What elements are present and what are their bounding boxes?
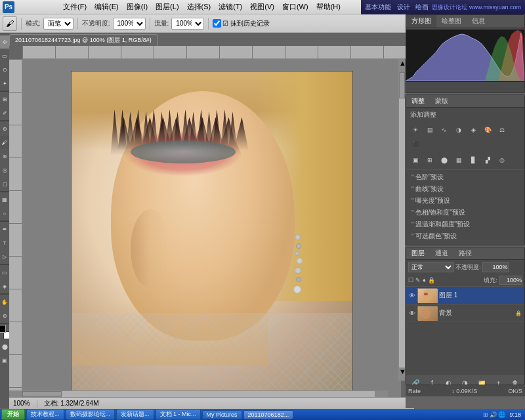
layers-panel: 图层 通道 路径 正常 正片叠底 滤色 不透明度: ☐ ✎ ♦ 🔒 填充: 👁 bbox=[406, 247, 525, 391]
lock-paint-icon[interactable]: ✎ bbox=[415, 277, 421, 284]
menu-window[interactable]: 窗口(W) bbox=[278, 1, 312, 13]
tool-preset-btn[interactable]: 🖌 bbox=[3, 16, 17, 31]
histogram-tab-info[interactable]: 信息 bbox=[467, 15, 490, 28]
doc-size: 文档: 1.32M/2.64M bbox=[44, 399, 99, 408]
start-button[interactable]: 开始 bbox=[1, 409, 25, 420]
canvas-image-area[interactable] bbox=[22, 59, 401, 404]
vertical-scrollbar[interactable]: ▲ ▼ bbox=[398, 59, 405, 381]
adj-separator bbox=[406, 169, 524, 170]
rate-text: Rate bbox=[408, 388, 421, 394]
adj-gradient-map-icon[interactable]: ▞ bbox=[481, 154, 494, 167]
vscroll-up-arrow[interactable]: ▲ bbox=[399, 59, 405, 72]
adj-preset-hue[interactable]: 色相/饱和度"预设 bbox=[406, 207, 524, 219]
adj-photo-filter-icon[interactable]: ▣ bbox=[409, 154, 422, 167]
histogram-tab-histogram[interactable]: 方形图 bbox=[406, 15, 436, 28]
lock-move-icon[interactable]: ♦ bbox=[423, 277, 426, 284]
menu-view[interactable]: 视图(V) bbox=[246, 1, 278, 13]
taskbar-item-3[interactable]: 文档 1 - Mic... bbox=[156, 409, 201, 420]
fg-color[interactable] bbox=[0, 325, 6, 333]
earring-1 bbox=[295, 234, 301, 240]
document-tab-bar: 20110706182447723.jpg @ 100% (图层 1, RGB/… bbox=[9, 33, 410, 46]
taskbar: 开始 技术教程... 数码摄影论坛... 发新话题... 文档 1 - Mic.… bbox=[0, 409, 525, 420]
adj-posterize-icon[interactable]: ▦ bbox=[452, 154, 465, 167]
bg-layer-thumb-svg bbox=[418, 306, 438, 321]
adj-preset-selective[interactable]: 可选颜色"预设 bbox=[406, 230, 524, 242]
layer-row-background[interactable]: 👁 背景 🔒 bbox=[406, 304, 524, 322]
taskbar-item-1[interactable]: 数码摄影论坛... bbox=[66, 409, 116, 420]
history-checkbox[interactable] bbox=[213, 19, 221, 28]
layer-1-name: 图层 1 bbox=[439, 291, 522, 300]
fill-input[interactable] bbox=[499, 276, 522, 285]
lock-transparent-icon[interactable]: ☐ bbox=[408, 277, 413, 284]
blend-mode-select[interactable]: 正常 正片叠底 滤色 bbox=[408, 262, 454, 272]
adj-preset-curves[interactable]: 曲线"预设 bbox=[406, 183, 524, 195]
menu-select[interactable]: 选择(S) bbox=[183, 1, 215, 13]
taskbar-item-4[interactable]: My Pictures bbox=[202, 410, 242, 419]
adj-preset-temperature[interactable]: 温温渐和颜度"预设 bbox=[406, 219, 524, 230]
vscroll-thumb[interactable] bbox=[399, 72, 405, 98]
earring-4 bbox=[297, 258, 303, 264]
menu-filter[interactable]: 滤镜(T) bbox=[215, 1, 246, 13]
adj-exposure-icon[interactable]: ◑ bbox=[452, 123, 465, 136]
adj-curves-icon[interactable]: ∿ bbox=[438, 123, 451, 136]
horizontal-scrollbar[interactable] bbox=[9, 390, 388, 397]
taskbar-item-5[interactable]: 20110706182... bbox=[243, 410, 294, 419]
menu-image[interactable]: 图像(I) bbox=[123, 1, 152, 13]
taskbar-system-icons: ⊞ 🔊 🌐 bbox=[483, 411, 505, 418]
layer-tab-layers[interactable]: 图层 bbox=[406, 247, 430, 259]
adj-tab-adjustments[interactable]: 调整 bbox=[406, 95, 430, 107]
layers-tabs: 图层 通道 路径 bbox=[406, 247, 524, 260]
adj-balance-icon[interactable]: ⚖ bbox=[495, 123, 509, 136]
vscroll-down-arrow[interactable]: ▼ bbox=[399, 368, 405, 381]
ruler-left bbox=[9, 59, 22, 404]
opacity-select[interactable]: 100% bbox=[113, 18, 146, 30]
adj-tab-mask[interactable]: 蒙版 bbox=[430, 95, 453, 107]
histogram-tab-overview[interactable]: 绘整图 bbox=[436, 15, 467, 28]
photo-nose bbox=[131, 209, 170, 288]
opacity-input[interactable] bbox=[482, 262, 509, 272]
layer-tab-channels[interactable]: 通道 bbox=[430, 247, 453, 259]
mode-select[interactable]: 面笔 正常 bbox=[43, 18, 74, 30]
toolbar-separator-1 bbox=[21, 18, 22, 30]
adj-icons-row-2: ▣ ⊞ ⬤ ▦ ▊ ▞ ◎ bbox=[406, 152, 524, 168]
menu-layer[interactable]: 图层(L) bbox=[152, 1, 182, 13]
adj-selective-color-icon[interactable]: ◎ bbox=[495, 154, 509, 167]
layer-tab-paths[interactable]: 路径 bbox=[453, 247, 477, 259]
top-right-branding: 基本功能 设计 绘画 思缘设计论坛 www.missyuan.com bbox=[361, 0, 525, 14]
taskbar-item-0[interactable]: 技术教程... bbox=[26, 409, 64, 420]
adj-threshold-icon[interactable]: ▊ bbox=[467, 154, 480, 167]
taskbar-icon-1: ⊞ bbox=[483, 411, 488, 418]
photo-canvas bbox=[71, 71, 353, 392]
adj-vibrance-icon[interactable]: ◈ bbox=[467, 123, 480, 136]
adj-levels-icon[interactable]: ▤ bbox=[423, 123, 436, 136]
flow-select[interactable]: 100% bbox=[171, 18, 204, 30]
taskbar-icon-2: 🔊 bbox=[490, 411, 497, 418]
flow-label: 流量: bbox=[154, 19, 169, 28]
adj-preset-levels[interactable]: 色阶"预设 bbox=[406, 171, 524, 183]
adj-channel-mixer-icon[interactable]: ⊞ bbox=[423, 154, 436, 167]
document-tab[interactable]: 20110706182447723.jpg @ 100% (图层 1, RGB/… bbox=[9, 34, 158, 46]
layer-row-1[interactable]: 👁 图层 1 bbox=[406, 287, 524, 304]
adj-bw-icon[interactable]: ⬛ bbox=[409, 138, 422, 151]
menu-edit[interactable]: 编辑(E) bbox=[91, 1, 123, 13]
bg-layer-eye-icon[interactable]: 👁 bbox=[409, 310, 415, 317]
photo-eye-iris bbox=[131, 140, 236, 163]
menu-help[interactable]: 帮助(H) bbox=[312, 1, 345, 13]
branding-text: 基本功能 设计 绘画 bbox=[365, 3, 432, 12]
adj-hue-icon[interactable]: 🎨 bbox=[481, 123, 494, 136]
hscroll-left-arrow[interactable] bbox=[9, 391, 22, 397]
adj-preset-exposure[interactable]: 曝光度"预设 bbox=[406, 195, 524, 207]
hscroll-right-arrow[interactable] bbox=[375, 391, 388, 397]
history-label[interactable]: ☑ 抹到历史记录 bbox=[213, 19, 270, 28]
lock-all-icon[interactable]: 🔒 bbox=[428, 277, 435, 284]
ruler-top-ticks bbox=[22, 46, 414, 58]
svg-point-3 bbox=[424, 293, 428, 295]
layer-1-eye-icon[interactable]: 👁 bbox=[409, 292, 415, 299]
menu-file[interactable]: 文件(F) bbox=[59, 1, 91, 13]
opacity-label: 不透明度: bbox=[82, 19, 110, 28]
adj-invert-icon[interactable]: ⬤ bbox=[438, 154, 451, 167]
toolbar-separator-3 bbox=[150, 18, 150, 30]
taskbar-item-2[interactable]: 发新话题... bbox=[116, 409, 154, 420]
adj-brightness-icon[interactable]: ☀ bbox=[409, 123, 422, 136]
hscroll-thumb[interactable] bbox=[22, 391, 62, 397]
